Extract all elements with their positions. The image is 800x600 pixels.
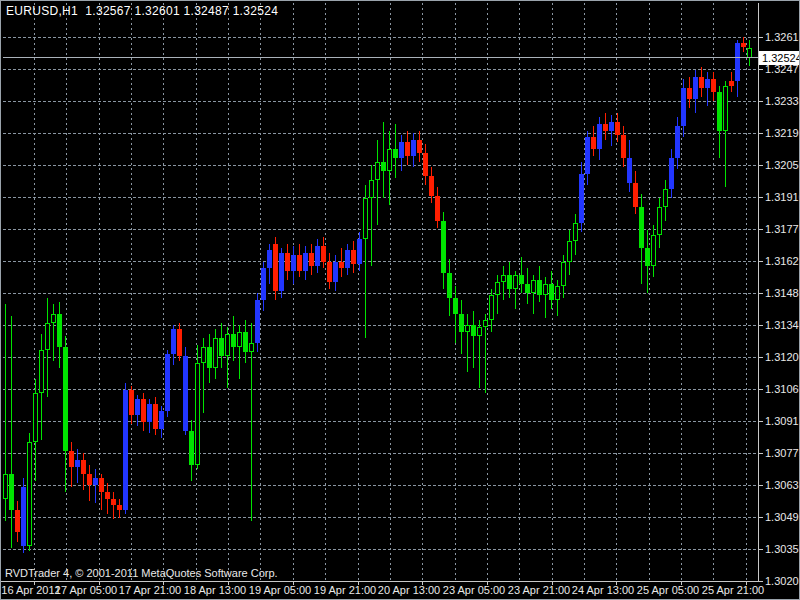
- candle-body: [40, 350, 44, 392]
- time-axis-label: 17 Apr 05:00: [55, 584, 117, 596]
- candle-body: [9, 474, 14, 510]
- price-axis-label: 1.32050: [765, 159, 799, 171]
- candle-body: [459, 314, 464, 332]
- candle-body: [502, 276, 506, 282]
- candle-body: [585, 137, 590, 173]
- svg-text:1.32524: 1.32524: [762, 52, 799, 64]
- candle-body: [687, 88, 692, 99]
- candle-body: [226, 334, 230, 356]
- candle-body: [219, 338, 224, 356]
- chart-title-ohlc: EURUSD,H1 1.32567 1.32601 1.32487 1.3252…: [6, 4, 278, 18]
- time-axis-label: 19 Apr 05:00: [249, 584, 311, 596]
- candle-body: [549, 284, 554, 300]
- time-axis-label: 23 Apr 21:00: [508, 584, 570, 596]
- candle-body: [519, 275, 524, 284]
- candle-body: [81, 460, 86, 474]
- candle-body: [496, 282, 500, 295]
- candle-body: [291, 255, 296, 271]
- candle-body: [214, 339, 218, 367]
- candle-body: [285, 253, 290, 271]
- candle-body: [579, 174, 584, 224]
- candle-body: [123, 390, 128, 510]
- candle-body: [28, 443, 32, 546]
- candle-body: [453, 298, 458, 314]
- candle-body: [537, 280, 542, 296]
- price-axis-label: 1.30350: [765, 543, 799, 555]
- candle-body: [69, 451, 74, 467]
- candle-body: [273, 244, 278, 291]
- candle-body: [364, 199, 368, 239]
- price-axis-label: 1.31910: [765, 191, 799, 203]
- candle-body: [429, 176, 434, 196]
- candle-body: [441, 221, 446, 273]
- candle-body: [717, 92, 722, 130]
- candle-body: [255, 300, 260, 343]
- price-axis-label: 1.30205: [765, 575, 799, 587]
- candle-body: [405, 142, 410, 156]
- candle-body: [75, 460, 80, 467]
- candle-body: [393, 149, 398, 158]
- candle-body: [238, 332, 242, 347]
- candle-body: [177, 329, 182, 356]
- candle-body: [639, 207, 644, 248]
- candle-body: [183, 356, 188, 430]
- price-axis-label: 1.31480: [765, 287, 799, 299]
- candle-body: [627, 158, 632, 183]
- candle-body: [261, 268, 266, 300]
- candle-body: [159, 411, 164, 429]
- candle-body: [339, 262, 344, 269]
- price-axis-label: 1.32190: [765, 127, 799, 139]
- time-axis-label: 20 Apr 13:00: [378, 584, 440, 596]
- candle-body: [633, 183, 638, 208]
- candle-body: [597, 124, 602, 149]
- candle-body: [447, 273, 452, 298]
- candle-body: [705, 79, 710, 88]
- candle-body: [87, 474, 92, 485]
- candle-body: [544, 285, 548, 295]
- time-axis-label: 25 Apr 21:00: [702, 584, 764, 596]
- time-axis: 16 Apr 201217 Apr 05:0017 Apr 21:0018 Ap…: [1, 581, 764, 596]
- candle-body: [279, 253, 284, 291]
- candle-body: [165, 354, 170, 410]
- candle-body: [52, 314, 56, 322]
- price-axis-label: 1.31625: [765, 255, 799, 267]
- candle-body: [658, 208, 662, 234]
- candle-body: [591, 137, 596, 148]
- candle-body: [478, 328, 482, 336]
- candle-body: [735, 43, 740, 81]
- candle-body: [507, 275, 512, 289]
- candle-body: [250, 343, 254, 351]
- candle-body: [532, 280, 536, 293]
- candle-body: [117, 505, 122, 510]
- candle-body: [484, 321, 488, 327]
- candle-body: [423, 153, 428, 176]
- candle-body: [93, 478, 98, 485]
- time-axis-label: 16 Apr 2012: [1, 584, 60, 596]
- candle-body: [147, 404, 152, 422]
- candlestick-chart[interactable]: 1.326151.324751.323351.321901.320501.319…: [1, 1, 799, 599]
- candle-body: [603, 124, 608, 131]
- candle-body: [153, 404, 158, 429]
- candle-body: [490, 296, 494, 320]
- candle-body: [376, 163, 380, 180]
- candle-body: [333, 262, 338, 282]
- candle-body: [309, 253, 314, 267]
- candle-body: [297, 255, 302, 271]
- candle-body: [525, 284, 530, 293]
- price-axis-label: 1.30775: [765, 447, 799, 459]
- candle-body: [724, 86, 728, 130]
- candle-body: [411, 140, 416, 156]
- candle-body: [645, 248, 650, 266]
- time-axis-label: 17 Apr 21:00: [119, 584, 181, 596]
- candle-body: [681, 88, 686, 126]
- candle-body: [556, 287, 560, 300]
- candle-body: [741, 43, 746, 48]
- candle-body: [351, 250, 356, 264]
- candle-body: [609, 122, 614, 131]
- candle-body: [141, 399, 146, 422]
- candle-body: [711, 79, 716, 93]
- candle-body: [669, 158, 674, 190]
- price-axis-label: 1.32335: [765, 95, 799, 107]
- time-axis-label: 19 Apr 21:00: [314, 584, 376, 596]
- price-axis-label: 1.30635: [765, 479, 799, 491]
